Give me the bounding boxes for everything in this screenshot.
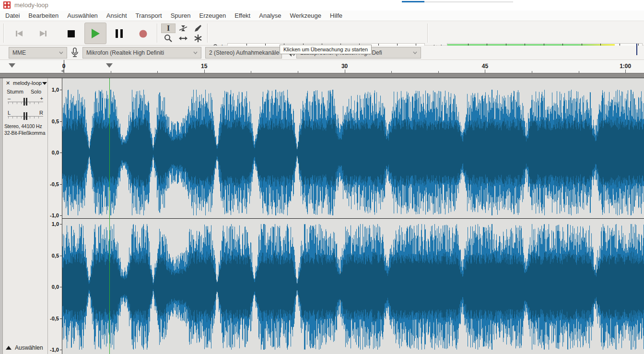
timeline-label: 30 — [341, 63, 348, 70]
timeline-tick — [204, 70, 205, 73]
gain-plus-label: + — [40, 95, 43, 101]
recording-channels-dropdown[interactable]: 2 (Stereo) Aufnahmekanäle — [205, 47, 282, 59]
mute-button[interactable]: Stumm — [7, 89, 23, 94]
timeline-ruler[interactable]: 01530451:00 — [0, 60, 644, 73]
audacity-app-icon — [3, 1, 11, 9]
recording-device-dropdown[interactable]: Mikrofon (Realtek High Definiti — [82, 47, 201, 59]
track-name[interactable]: melody-loop — [13, 80, 42, 86]
amplitude-tick — [60, 287, 62, 287]
timeshift-tool-button[interactable] — [176, 34, 190, 43]
selection-tool-button[interactable]: I — [161, 24, 176, 33]
stop-button[interactable] — [62, 25, 80, 42]
amplitude-label: 0,0 — [52, 284, 59, 290]
playhead-marker-icon[interactable] — [106, 63, 113, 68]
amplitude-tick — [60, 153, 62, 153]
menu-item-transport[interactable]: Transport — [131, 11, 166, 21]
audio-host-value: MME — [12, 49, 26, 56]
amplitude-label: -0,5 — [50, 181, 59, 187]
amplitude-label: 1,0 — [52, 221, 59, 227]
audio-host-dropdown[interactable]: MME — [9, 47, 67, 59]
pan-slider[interactable]: L R — [8, 110, 43, 121]
toolbar-separator — [157, 24, 157, 43]
amplitude-label: -1,0 — [50, 347, 59, 353]
amplitude-tick — [60, 90, 62, 90]
track-format-line2: 32-Bit-Fließkomma — [4, 130, 45, 136]
microphone-icon — [71, 47, 79, 58]
pan-left-label: L — [8, 110, 11, 116]
select-track-button[interactable]: Auswählen — [6, 344, 43, 351]
menu-item-datei[interactable]: Datei — [1, 11, 24, 21]
gain-minus-label: – — [8, 95, 11, 101]
toolbar-separator — [207, 24, 208, 43]
timeline-tick — [64, 70, 64, 73]
menu-bar: DateiBearbeitenAuswählenAnsichtTransport… — [0, 11, 644, 21]
main-toolbar: I LR Klicken um Überwachung — [0, 21, 644, 46]
scrub-bar[interactable] — [0, 73, 644, 78]
pencil-icon — [194, 24, 202, 33]
channel-separator — [62, 218, 644, 219]
collapse-icon — [6, 346, 12, 350]
waveform-canvas[interactable] — [62, 78, 644, 354]
envelope-tool-button[interactable] — [176, 24, 190, 33]
amplitude-label: 1,0 — [52, 87, 59, 93]
amplitude-tick — [60, 184, 62, 185]
gain-slider-thumb[interactable] — [23, 98, 27, 106]
title-bar: melody-loop — [0, 0, 644, 11]
chevron-down-icon — [59, 51, 63, 54]
menu-item-erzeugen[interactable]: Erzeugen — [195, 11, 231, 21]
toolbar-separator — [427, 24, 428, 43]
recording-channels-value: 2 (Stereo) Aufnahmekanäle — [209, 49, 279, 56]
multi-tool-button[interactable] — [191, 34, 205, 43]
amplitude-label: 0,5 — [52, 118, 59, 124]
window-title: melody-loop — [14, 1, 48, 9]
menu-item-ansicht[interactable]: Ansicht — [102, 11, 131, 21]
magnifier-icon — [164, 34, 173, 43]
amplitude-tick — [60, 256, 62, 256]
timeline-tick — [485, 70, 485, 73]
gain-slider[interactable]: – + — [8, 95, 43, 107]
timeline-options-pin-icon[interactable] — [9, 63, 15, 68]
timeline-tick — [345, 70, 345, 73]
skip-to-end-button[interactable] — [35, 25, 52, 42]
pan-right-label: R — [39, 110, 43, 116]
timeline-label: 15 — [201, 63, 207, 70]
audacity-window: melody-loop DateiBearbeitenAuswählenAnsi… — [0, 0, 644, 354]
amplitude-tick — [60, 215, 62, 216]
select-track-label: Auswählen — [15, 344, 43, 351]
record-button[interactable] — [134, 25, 152, 42]
track-area: ✕ melody-loop Stumm Solo – + L R Stereo,… — [0, 78, 644, 354]
menu-item-effekt[interactable]: Effekt — [230, 11, 255, 21]
title-bar-artifact-blue — [402, 1, 424, 2]
skip-to-start-button[interactable] — [11, 25, 28, 42]
amplitude-label: 0,5 — [52, 253, 59, 259]
solo-button[interactable]: Solo — [31, 89, 41, 94]
menu-item-werkzeuge[interactable]: Werkzeuge — [286, 11, 326, 21]
tools-toolbar: I — [161, 24, 206, 44]
timeline-label: 0 — [62, 63, 66, 70]
close-track-icon[interactable]: ✕ — [6, 80, 10, 86]
draw-tool-button[interactable] — [191, 24, 205, 33]
menu-item-analyse[interactable]: Analyse — [255, 11, 285, 21]
timeline-tick — [625, 70, 626, 73]
amplitude-tick — [60, 121, 62, 122]
pause-button[interactable] — [110, 25, 128, 42]
chevron-down-icon — [193, 51, 198, 54]
double-arrow-icon — [179, 34, 187, 43]
menu-item-spuren[interactable]: Spuren — [166, 11, 195, 21]
timeline-label: 1:00 — [620, 63, 631, 70]
zoom-tool-button[interactable] — [161, 34, 176, 43]
recording-device-value: Mikrofon (Realtek High Definiti — [86, 49, 164, 56]
menu-item-bearbeiten[interactable]: Bearbeiten — [24, 11, 63, 21]
amplitude-ruler[interactable]: 1,00,50,0-0,5-1,01,00,50,0-0,5-1,0 — [48, 78, 62, 354]
menu-item-auswählen[interactable]: Auswählen — [63, 11, 102, 21]
envelope-icon — [179, 24, 187, 33]
pan-slider-thumb[interactable] — [23, 112, 27, 120]
toolbar-grip[interactable] — [3, 24, 4, 43]
amplitude-tick — [60, 319, 62, 319]
amplitude-label: -1,0 — [50, 212, 59, 218]
amplitude-tick — [60, 224, 62, 224]
menu-item-hilfe[interactable]: Hilfe — [326, 11, 347, 21]
asterisk-icon — [194, 34, 202, 43]
play-button[interactable] — [84, 23, 106, 44]
track-menu-icon[interactable] — [42, 82, 47, 85]
